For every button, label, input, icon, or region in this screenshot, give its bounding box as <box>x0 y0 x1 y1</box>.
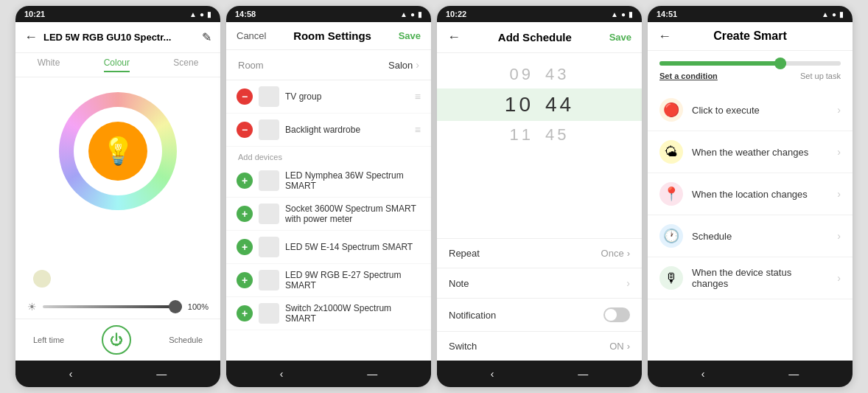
location-label: When the location changes <box>692 189 828 200</box>
time-row-1[interactable]: 09 43 <box>437 60 642 88</box>
nav-back-2[interactable]: ‹ <box>280 368 284 380</box>
room-value[interactable]: Salon <box>388 60 413 71</box>
device-row-add-5: + Switch 2x1000W Spectrum SMART <box>226 297 431 330</box>
add-switch-button[interactable]: + <box>237 305 253 321</box>
switch-value[interactable]: ON › <box>609 341 630 352</box>
execute-label: Click to execute <box>692 105 828 116</box>
color-wheel[interactable]: 💡 <box>59 92 177 210</box>
create-smart-title: Create Smart <box>713 29 787 43</box>
device-name-tv: TV group <box>285 91 409 102</box>
condition-location[interactable]: 📍 When the location changes › <box>648 173 853 215</box>
device-name-add-5: Switch 2x1000W Spectrum SMART <box>285 303 421 324</box>
cancel-button[interactable]: Cancel <box>237 30 266 41</box>
tab-colour[interactable]: Colour <box>104 58 130 72</box>
add-devices-label: Add devices <box>226 147 431 164</box>
signal-icon-3: ● <box>621 10 626 18</box>
notification-label: Notification <box>449 310 496 321</box>
notification-toggle[interactable] <box>603 307 630 322</box>
time-row-3[interactable]: 11 45 <box>437 121 642 149</box>
device-icon-add-3 <box>259 237 279 257</box>
progress-thumb[interactable] <box>774 58 786 69</box>
device-row-add-4: + LED 9W RGB E-27 Spectrum SMART <box>226 264 431 297</box>
tab-white[interactable]: White <box>38 58 60 72</box>
condition-weather[interactable]: 🌤 When the weather changes › <box>648 131 853 173</box>
screen3-content: ← Add Schedule Save 09 43 10 44 11 45 Re… <box>437 22 642 361</box>
screen1-tabs: White Colour Scene <box>15 53 220 77</box>
device-name-add-4: LED 9W RGB E-27 Spectrum SMART <box>285 270 421 291</box>
tab-set-task[interactable]: Set up task <box>800 72 841 80</box>
screen2-content: Cancel Room Settings Save Room Salon › −… <box>226 22 431 361</box>
brightness-thumb[interactable] <box>169 300 182 313</box>
add-led9-button[interactable]: + <box>237 272 253 288</box>
nav-back-1[interactable]: ‹ <box>69 368 73 380</box>
device-name-backlight: Backlight wardrobe <box>285 125 409 135</box>
time-row-2[interactable]: 10 44 <box>437 88 642 121</box>
room-chevron-icon[interactable]: › <box>416 59 419 71</box>
remove-tv-button[interactable]: − <box>237 88 253 105</box>
add-led36-button[interactable]: + <box>237 173 253 189</box>
nav-bar-2: ‹ — <box>226 361 431 387</box>
time-3: 10:22 <box>446 10 466 18</box>
battery-icon-2: ▮ <box>418 10 422 18</box>
schedule-icon: 🕐 <box>659 224 683 248</box>
save-button[interactable]: Save <box>399 30 421 41</box>
nav-home-1[interactable]: — <box>156 368 167 380</box>
schedule-chevron-icon: › <box>837 230 841 242</box>
weather-chevron-icon: › <box>837 146 841 158</box>
condition-device-status[interactable]: 🎙 When the device status changes › <box>648 257 853 299</box>
tab-set-condition[interactable]: Set a condition <box>659 72 718 80</box>
repeat-value[interactable]: Once › <box>601 248 630 259</box>
drag-handle-tv[interactable]: ≡ <box>415 91 421 102</box>
brightness-row: ☀ 100% <box>15 295 220 319</box>
back-icon[interactable]: ← <box>24 29 38 45</box>
time-2: 14:58 <box>235 10 256 18</box>
time-upper-hour: 09 <box>510 65 533 84</box>
add-devices-list: + LED Nymphea 36W Spectrum SMART + Socke… <box>226 164 431 330</box>
tab-scene[interactable]: Scene <box>173 58 198 72</box>
save-button-3[interactable]: Save <box>609 32 631 43</box>
condition-execute[interactable]: 🔴 Click to execute › <box>648 89 853 131</box>
status-bar-4: 14:51 ▲ ● ▮ <box>648 6 853 22</box>
progress-track <box>659 61 841 66</box>
device-icon-add-2 <box>259 204 279 224</box>
power-button[interactable]: ⏻ <box>102 325 131 355</box>
status-bar-1: 10:21 ▲ ● ▮ <box>15 6 220 22</box>
room-settings-title: Room Settings <box>293 29 371 42</box>
device-icon-add-4 <box>259 270 279 291</box>
brightness-track[interactable] <box>43 305 182 308</box>
battery-icon: ▮ <box>207 10 211 18</box>
schedule-label[interactable]: Schedule <box>169 335 203 344</box>
device-icon-tv <box>259 86 279 107</box>
nav-back-4[interactable]: ‹ <box>701 368 705 380</box>
room-row: Room Salon › <box>226 50 431 80</box>
nav-home-2[interactable]: — <box>367 368 377 380</box>
device-name-add-1: LED Nymphea 36W Spectrum SMART <box>285 170 421 191</box>
edit-icon[interactable]: ✎ <box>202 30 211 44</box>
back-icon-4[interactable]: ← <box>658 29 671 44</box>
remove-backlight-button[interactable]: − <box>237 122 253 138</box>
status-icons-2: ▲ ● ▮ <box>400 10 422 18</box>
switch-row: Switch ON › <box>437 331 642 361</box>
back-icon-3[interactable]: ← <box>447 29 461 45</box>
nav-back-3[interactable]: ‹ <box>491 368 494 380</box>
progress-fill <box>659 61 786 66</box>
time-lower-minute: 45 <box>545 125 569 145</box>
conditions-list: 🔴 Click to execute › 🌤 When the weather … <box>648 89 853 299</box>
device-name-add-3: LED 5W E-14 Spectrum SMART <box>285 242 421 252</box>
condition-schedule[interactable]: 🕐 Schedule › <box>648 215 853 257</box>
progress-bar-area <box>648 51 853 69</box>
add-schedule-title: Add Schedule <box>461 31 609 44</box>
nav-home-3[interactable]: — <box>578 368 588 380</box>
screen4-header: ← Create Smart <box>648 22 853 51</box>
note-row[interactable]: Note › <box>437 268 642 298</box>
time-picker: 09 43 10 44 11 45 <box>437 53 642 238</box>
bulb-icon: 💡 <box>102 136 135 167</box>
battery-icon-3: ▮ <box>629 10 633 18</box>
bulb-center: 💡 <box>88 122 147 181</box>
drag-handle-backlight[interactable]: ≡ <box>415 124 421 136</box>
nav-home-4[interactable]: — <box>788 368 799 380</box>
add-socket-button[interactable]: + <box>237 206 253 222</box>
add-led5-button[interactable]: + <box>237 239 253 255</box>
wifi-icon-4: ▲ <box>822 10 829 18</box>
color-selector-dot[interactable] <box>33 270 51 288</box>
